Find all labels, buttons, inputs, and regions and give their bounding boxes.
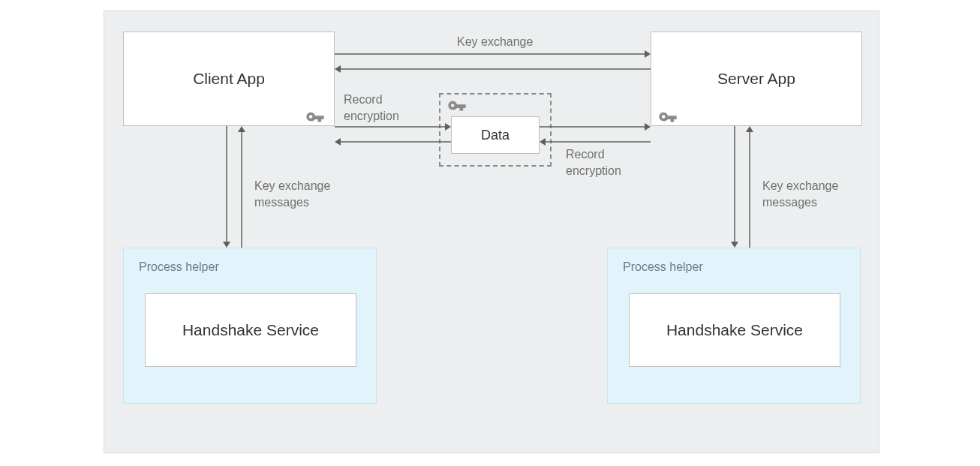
data-box: Data [451,116,540,154]
server-app-box: Server App [651,32,862,126]
svg-marker-19 [746,126,753,132]
handshake-service-left-label: Handshake Service [182,321,319,339]
svg-marker-15 [238,126,245,132]
svg-marker-7 [335,138,341,146]
svg-marker-13 [223,242,230,248]
data-label: Data [481,128,510,143]
key-exchange-messages-right-label: Key exchange messages [762,178,838,210]
arrow-key-msg-right-down [730,126,739,248]
process-helper-left: Process helper Handshake Service [123,248,377,404]
diagram-container: Client App Server App Data Process helpe… [104,11,879,453]
client-app-box: Client App [123,32,335,126]
process-helper-left-label: Process helper [139,260,219,274]
process-helper-right-label: Process helper [623,260,703,274]
svg-marker-3 [335,65,341,73]
svg-marker-11 [540,138,546,146]
key-icon [305,109,326,130]
arrow-key-msg-left-up [237,126,246,248]
key-exchange-label: Key exchange [457,34,533,50]
record-encryption-left-label: Record encryption [344,92,399,124]
svg-marker-1 [645,50,651,58]
key-icon [446,98,467,119]
handshake-service-left: Handshake Service [145,293,356,367]
svg-marker-5 [445,123,451,131]
svg-marker-17 [731,242,738,248]
arrow-key-exchange-right [335,50,651,59]
record-encryption-right-label: Record encryption [566,146,621,179]
svg-marker-9 [645,123,651,131]
client-app-label: Client App [193,70,265,88]
process-helper-right: Process helper Handshake Service [607,248,861,404]
key-exchange-messages-left-label: Key exchange messages [254,178,330,210]
key-icon [657,109,678,130]
arrow-record-right-left [540,137,651,146]
arrow-record-left-left [335,137,451,146]
arrow-key-msg-left-down [222,126,231,248]
arrow-record-right-right [540,122,651,131]
handshake-service-right: Handshake Service [629,293,840,367]
server-app-label: Server App [717,70,795,88]
arrow-key-msg-right-up [745,126,754,248]
arrow-key-exchange-left [335,65,651,74]
handshake-service-right-label: Handshake Service [666,321,803,339]
